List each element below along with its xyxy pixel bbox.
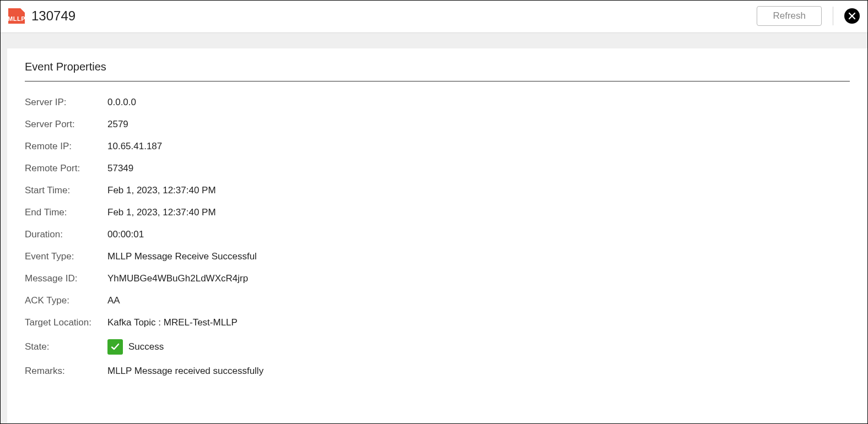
label-remarks: Remarks: [25,366,107,377]
row-start-time: Start Time: Feb 1, 2023, 12:37:40 PM [25,180,850,202]
close-icon [848,12,856,20]
value-remarks: MLLP Message received successfully [107,366,263,377]
value-ack-type: AA [107,295,120,306]
value-duration: 00:00:01 [107,229,144,240]
row-state: State: Success [25,334,850,360]
row-ack-type: ACK Type: AA [25,290,850,312]
value-message-id: YhMUBGe4WBuGh2LdWXcR4jrp [107,273,248,284]
value-remote-port: 57349 [107,163,133,174]
value-server-ip: 0.0.0.0 [107,97,136,108]
row-end-time: End Time: Feb 1, 2023, 12:37:40 PM [25,202,850,224]
mllp-badge-icon: MLLP [8,8,25,24]
row-message-id: Message ID: YhMUBGe4WBuGh2LdWXcR4jrp [25,268,850,290]
label-server-ip: Server IP: [25,97,107,108]
header-divider [833,7,833,25]
value-state: Success [128,341,164,352]
value-state-container: Success [107,339,164,355]
value-start-time: Feb 1, 2023, 12:37:40 PM [107,185,216,196]
row-server-port: Server Port: 2579 [25,113,850,135]
label-target-location: Target Location: [25,317,107,328]
value-remote-ip: 10.65.41.187 [107,141,162,152]
label-ack-type: ACK Type: [25,295,107,306]
page-title: 130749 [31,8,76,24]
event-properties-panel[interactable]: Event Properties Server IP: 0.0.0.0 Serv… [7,48,867,423]
label-event-type: Event Type: [25,251,107,262]
row-remote-ip: Remote IP: 10.65.41.187 [25,135,850,157]
mllp-badge-label: MLLP [8,15,25,22]
label-duration: Duration: [25,229,107,240]
row-duration: Duration: 00:00:01 [25,224,850,246]
section-title: Event Properties [25,61,850,73]
success-check-icon [107,339,123,355]
row-event-type: Event Type: MLLP Message Receive Success… [25,246,850,268]
label-end-time: End Time: [25,207,107,218]
label-server-port: Server Port: [25,119,107,130]
body-area: Event Properties Server IP: 0.0.0.0 Serv… [1,33,867,423]
value-event-type: MLLP Message Receive Successful [107,251,257,262]
value-target-location: Kafka Topic : MREL-Test-MLLP [107,317,238,328]
label-start-time: Start Time: [25,185,107,196]
refresh-button[interactable]: Refresh [757,6,822,26]
label-state: State: [25,341,107,352]
row-target-location: Target Location: Kafka Topic : MREL-Test… [25,312,850,334]
row-remarks: Remarks: MLLP Message received successfu… [25,360,850,382]
close-button[interactable] [844,8,860,24]
label-remote-ip: Remote IP: [25,141,107,152]
window-frame: MLLP 130749 Refresh Event Properties Ser… [0,0,868,424]
row-server-ip: Server IP: 0.0.0.0 [25,91,850,113]
header-bar: MLLP 130749 Refresh [1,1,867,33]
label-message-id: Message ID: [25,273,107,284]
label-remote-port: Remote Port: [25,163,107,174]
row-remote-port: Remote Port: 57349 [25,157,850,180]
section-divider [25,81,850,81]
value-server-port: 2579 [107,119,128,130]
value-end-time: Feb 1, 2023, 12:37:40 PM [107,207,216,218]
